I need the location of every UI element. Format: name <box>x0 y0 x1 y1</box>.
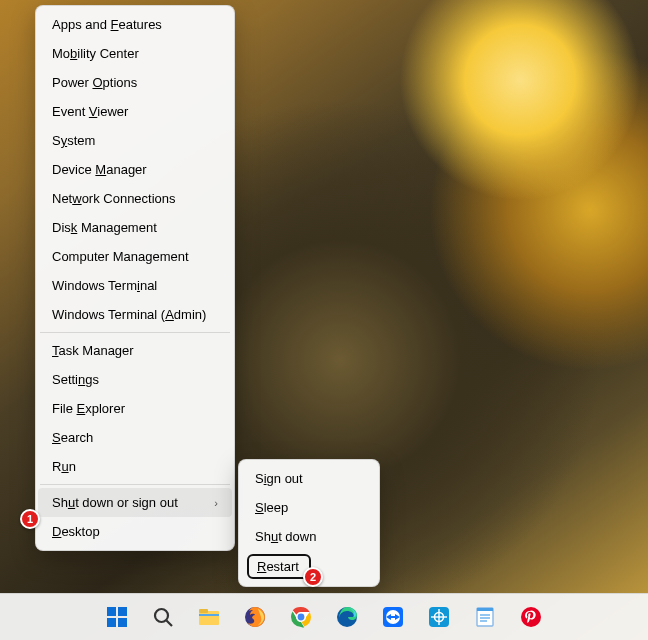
menu-item-label: Computer Management <box>52 249 189 264</box>
winx-separator <box>40 484 230 485</box>
svg-rect-8 <box>199 614 219 616</box>
menu-item-label: Desktop <box>52 524 100 539</box>
menu-item-label: System <box>52 133 95 148</box>
winx-item-6[interactable]: Network Connections <box>38 184 232 213</box>
svg-point-4 <box>155 609 168 622</box>
winx-item-16[interactable]: Run <box>38 452 232 481</box>
winx-item-12[interactable]: Task Manager <box>38 336 232 365</box>
menu-item-label: Power Options <box>52 75 137 90</box>
firefox-icon[interactable] <box>236 598 275 637</box>
svg-point-29 <box>521 607 541 627</box>
winx-separator <box>40 332 230 333</box>
edge-icon[interactable] <box>328 598 367 637</box>
menu-item-label: Windows Terminal (Admin) <box>52 307 206 322</box>
winx-item-3[interactable]: Event Viewer <box>38 97 232 126</box>
highlighted-item: Restart <box>247 554 311 579</box>
start-button[interactable] <box>98 598 137 637</box>
winx-item-9[interactable]: Windows Terminal <box>38 271 232 300</box>
menu-item-label: Event Viewer <box>52 104 128 119</box>
menu-item-label: Apps and Features <box>52 17 162 32</box>
menu-item-label: Sleep <box>255 500 288 515</box>
svg-rect-2 <box>107 618 116 627</box>
winx-item-19[interactable]: Desktop <box>38 517 232 546</box>
svg-rect-7 <box>199 609 208 613</box>
winx-item-1[interactable]: Mobility Center <box>38 39 232 68</box>
svg-rect-6 <box>199 611 219 625</box>
annotation-badge-2: 2 <box>303 567 323 587</box>
menu-item-label: Windows Terminal <box>52 278 157 293</box>
winx-item-4[interactable]: System <box>38 126 232 155</box>
winx-menu: Apps and FeaturesMobility CenterPower Op… <box>35 5 235 551</box>
shutdown-item-2[interactable]: Shut down <box>241 522 377 551</box>
winx-item-8[interactable]: Computer Management <box>38 242 232 271</box>
winx-item-13[interactable]: Settings <box>38 365 232 394</box>
notepad-icon[interactable] <box>466 598 505 637</box>
menu-item-label: Mobility Center <box>52 46 139 61</box>
shutdown-item-0[interactable]: Sign out <box>241 464 377 493</box>
menu-item-label: Restart <box>257 559 299 574</box>
taskbar <box>0 593 648 640</box>
menu-item-label: Search <box>52 430 93 445</box>
menu-item-label: Disk Management <box>52 220 157 235</box>
menu-item-label: Network Connections <box>52 191 176 206</box>
desktop: Apps and FeaturesMobility CenterPower Op… <box>0 0 648 640</box>
svg-rect-3 <box>118 618 127 627</box>
svg-rect-19 <box>390 616 396 618</box>
menu-item-label: Run <box>52 459 76 474</box>
winx-item-18[interactable]: Shut down or sign out› <box>38 488 232 517</box>
annotation-badge-1: 1 <box>20 509 40 529</box>
winx-item-0[interactable]: Apps and Features <box>38 10 232 39</box>
winx-item-15[interactable]: Search <box>38 423 232 452</box>
chevron-right-icon: › <box>214 497 218 509</box>
winx-item-10[interactable]: Windows Terminal (Admin) <box>38 300 232 329</box>
search-button[interactable] <box>144 598 183 637</box>
winx-item-5[interactable]: Device Manager <box>38 155 232 184</box>
menu-item-label: Device Manager <box>52 162 147 177</box>
shutdown-item-1[interactable]: Sleep <box>241 493 377 522</box>
svg-rect-1 <box>118 607 127 616</box>
menu-item-label: Sign out <box>255 471 303 486</box>
svg-rect-0 <box>107 607 116 616</box>
pinterest-icon[interactable] <box>512 598 551 637</box>
file-explorer-icon[interactable] <box>190 598 229 637</box>
menu-item-label: Shut down or sign out <box>52 495 178 510</box>
winx-item-14[interactable]: File Explorer <box>38 394 232 423</box>
menu-item-label: File Explorer <box>52 401 125 416</box>
menu-item-label: Task Manager <box>52 343 134 358</box>
winx-item-2[interactable]: Power Options <box>38 68 232 97</box>
teamviewer-icon[interactable] <box>374 598 413 637</box>
app-blue-icon[interactable] <box>420 598 459 637</box>
winx-item-7[interactable]: Disk Management <box>38 213 232 242</box>
svg-line-5 <box>167 621 173 627</box>
svg-rect-25 <box>477 608 493 611</box>
menu-item-label: Shut down <box>255 529 316 544</box>
chrome-icon[interactable] <box>282 598 321 637</box>
menu-item-label: Settings <box>52 372 99 387</box>
